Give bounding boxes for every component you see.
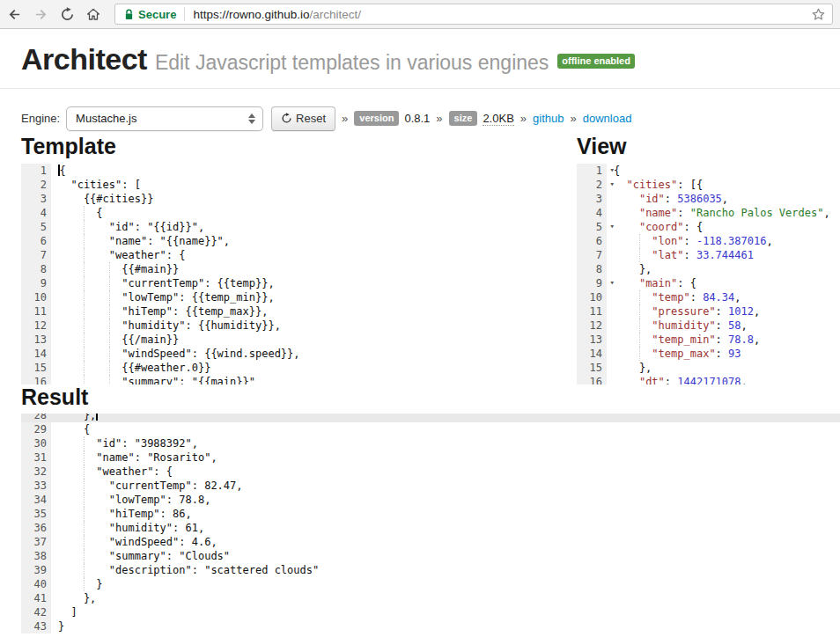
code-text: "humidity": 58, bbox=[607, 318, 840, 333]
code-line: 30 "id": "3988392", bbox=[21, 436, 840, 450]
code-line: 10 "temp": 84.34, bbox=[577, 290, 840, 304]
result-panel-title: Result bbox=[21, 384, 88, 410]
separator: » bbox=[570, 112, 576, 125]
code-line: 29 { bbox=[21, 422, 840, 436]
code-text: "windSpeed": {{wind.speed}}, bbox=[51, 347, 564, 361]
line-number: 9 bbox=[21, 276, 51, 290]
code-text: "lowTemp": {{temp_min}}, bbox=[51, 290, 564, 304]
line-number: 13 bbox=[577, 333, 607, 347]
indent-guide bbox=[84, 262, 85, 276]
code-text: "name": "Rancho Palos Verdes", bbox=[607, 206, 840, 220]
code-line: 14 "windSpeed": {{wind.speed}}, bbox=[21, 347, 564, 361]
code-text: {{#main}} bbox=[51, 262, 564, 276]
code-line: 9▾ "main": { bbox=[577, 276, 840, 290]
line-number: 43 bbox=[21, 619, 51, 633]
indent-guide bbox=[84, 563, 85, 577]
code-text: "humidity": {{humidity}}, bbox=[51, 318, 564, 333]
indent-guide bbox=[84, 549, 85, 563]
engine-select[interactable]: Mustache.js bbox=[66, 106, 263, 131]
line-number: 37 bbox=[21, 535, 51, 549]
engine-selected-value: Mustache.js bbox=[76, 112, 248, 125]
line-number: 2 bbox=[21, 178, 51, 192]
line-number: 2▾ bbox=[577, 178, 607, 192]
bookmark-star-icon[interactable] bbox=[810, 6, 827, 23]
download-link[interactable]: download bbox=[583, 112, 632, 125]
code-line: 36 "humidity": 61, bbox=[21, 521, 840, 535]
view-editor[interactable]: 1▾{2▾ "cities": [{3 "id": 5386035,4 "nam… bbox=[577, 164, 840, 384]
code-text: "id": "{{id}}", bbox=[51, 220, 564, 234]
line-number: 3 bbox=[577, 192, 607, 206]
line-number: 7 bbox=[21, 248, 51, 262]
code-text: "coord": { bbox=[607, 220, 840, 234]
code-text: { bbox=[51, 164, 564, 178]
code-line: 14 "temp_max": 93 bbox=[577, 347, 840, 361]
indent-guide bbox=[639, 304, 640, 318]
github-link[interactable]: github bbox=[533, 112, 564, 125]
indent-guide bbox=[84, 220, 85, 234]
line-number: 33 bbox=[21, 479, 51, 493]
code-line: 38 "summary": "Clouds" bbox=[21, 549, 840, 563]
code-text: }, bbox=[51, 591, 840, 605]
back-button[interactable] bbox=[2, 2, 26, 26]
code-line: 15 }, bbox=[577, 361, 840, 375]
line-number: 8 bbox=[21, 262, 51, 276]
code-line: 34 "lowTemp": 78.8, bbox=[21, 493, 840, 507]
code-text: }, bbox=[607, 262, 840, 276]
home-button[interactable] bbox=[81, 2, 106, 26]
code-text: "humidity": 61, bbox=[51, 521, 840, 535]
code-text: {{#cities}} bbox=[51, 192, 564, 206]
indent-guide bbox=[109, 361, 110, 375]
code-line: 39 "description": "scattered clouds" bbox=[21, 563, 840, 577]
code-text: "description": "scattered clouds" bbox=[51, 563, 840, 577]
lock-icon[interactable] bbox=[124, 8, 134, 21]
reset-button[interactable]: Reset bbox=[271, 106, 335, 131]
code-line: 32 "weather": { bbox=[21, 465, 840, 479]
line-number: 38 bbox=[21, 549, 51, 563]
select-arrows-icon bbox=[248, 113, 255, 124]
code-line: 11 "hiTemp": {{temp_max}}, bbox=[21, 304, 564, 318]
reload-button[interactable] bbox=[55, 2, 79, 26]
size-value: 2.0KB bbox=[483, 112, 513, 126]
code-line: 1▾{ bbox=[577, 164, 840, 178]
template-editor[interactable]: 1{2 "cities": [3 {{#cities}}4 {5 "id": "… bbox=[21, 164, 564, 384]
code-text: }, bbox=[51, 414, 840, 422]
indent-guide bbox=[109, 276, 110, 290]
forward-button[interactable] bbox=[28, 2, 53, 26]
indent-guide bbox=[639, 248, 640, 262]
engine-label: Engine: bbox=[21, 112, 60, 125]
line-number: 1 bbox=[21, 164, 51, 178]
code-line: 41 }, bbox=[21, 591, 840, 605]
line-number: 40 bbox=[21, 577, 51, 591]
address-bar[interactable]: Secure https://rowno.github.io/architect… bbox=[114, 4, 833, 25]
indent-guide bbox=[109, 262, 110, 276]
line-number: 11 bbox=[21, 304, 51, 318]
line-number: 16 bbox=[21, 375, 51, 384]
code-line: 2 "cities": [ bbox=[21, 178, 564, 192]
line-number: 5 bbox=[21, 220, 51, 234]
offline-enabled-badge: offline enabled bbox=[557, 54, 635, 69]
forward-arrow-icon bbox=[33, 7, 48, 22]
line-number: 14 bbox=[577, 347, 607, 361]
separator: » bbox=[342, 112, 348, 125]
line-number: 13 bbox=[21, 333, 51, 347]
code-line: 4 { bbox=[21, 206, 564, 220]
template-panel-title: Template bbox=[21, 134, 116, 159]
line-number: 4 bbox=[21, 206, 51, 220]
code-line: 16 "summary": "{{main}}" bbox=[21, 375, 564, 384]
indent-guide bbox=[109, 318, 110, 333]
line-number: 10 bbox=[577, 290, 607, 304]
reload-icon bbox=[60, 7, 75, 22]
code-text: "currentTemp": {{temp}}, bbox=[51, 276, 564, 290]
code-text: "lon": -118.387016, bbox=[607, 234, 840, 248]
line-number: 30 bbox=[21, 436, 51, 450]
url-host: https://rowno.github.io bbox=[193, 8, 309, 21]
indent-guide bbox=[109, 375, 110, 384]
view-panel-title: View bbox=[577, 134, 627, 159]
code-line: 4 "name": "Rancho Palos Verdes", bbox=[577, 206, 840, 220]
line-number: 4 bbox=[577, 206, 607, 220]
code-line: 2▾ "cities": [{ bbox=[577, 178, 840, 192]
code-line: 28 }, bbox=[21, 414, 840, 422]
result-editor[interactable]: 28 },29 {30 "id": "3988392",31 "name": "… bbox=[21, 414, 840, 637]
home-icon bbox=[85, 6, 101, 22]
code-text: "hiTemp": 86, bbox=[51, 507, 840, 521]
